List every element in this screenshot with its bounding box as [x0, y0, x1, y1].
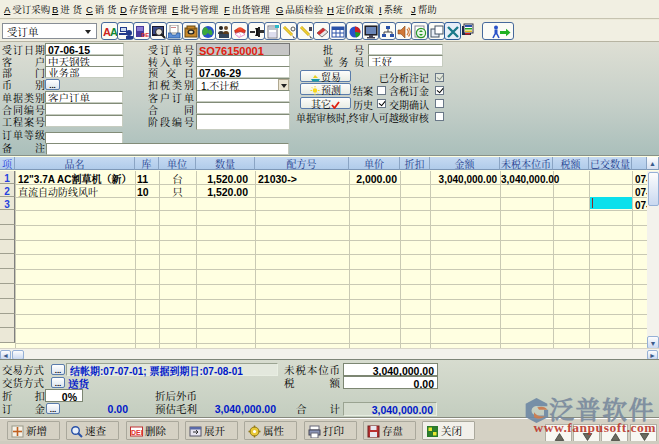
svg-text:DEL: DEL [141, 32, 149, 38]
svg-text:DEL: DEL [131, 429, 143, 436]
svg-text:A: A [110, 26, 117, 38]
